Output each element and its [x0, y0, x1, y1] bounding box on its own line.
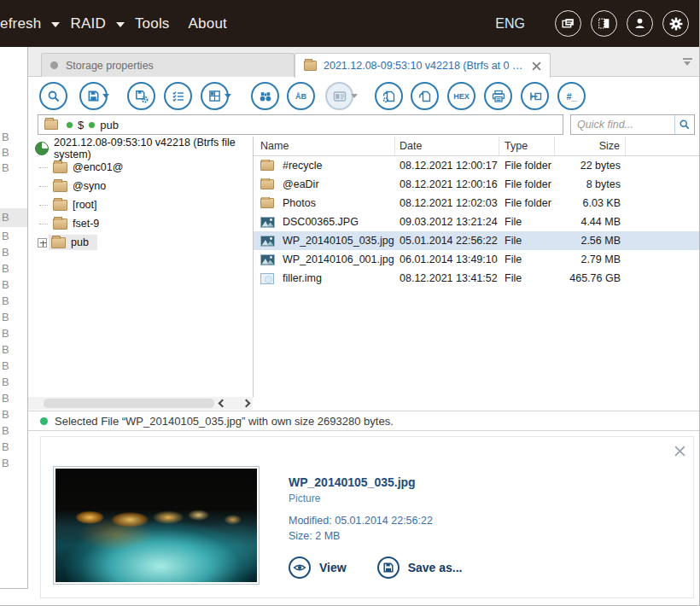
column-header-size[interactable]: Size [555, 137, 626, 155]
find-button[interactable] [251, 82, 279, 110]
column-header-type[interactable]: Type [499, 137, 555, 155]
quick-find-box[interactable]: Quick find... [570, 114, 695, 135]
recover-options-button[interactable] [375, 82, 403, 110]
top-menu-bar: efresh RAID Tools About ENG [0, 0, 700, 47]
close-preview-button[interactable] [672, 443, 687, 458]
save-as-button[interactable]: Save as... [377, 556, 463, 579]
preview-filename-link[interactable]: WP_20140105_035.jpg [289, 475, 462, 489]
search-icon [679, 119, 691, 131]
tree-item-fset9[interactable]: fset-9 [28, 214, 253, 233]
status-text: Selected File “WP_20140105_035.jpg” with… [55, 415, 394, 428]
tab-list-button[interactable] [683, 58, 692, 66]
export-icon [528, 90, 542, 103]
storage-dot-icon [50, 61, 58, 69]
folder-icon [53, 181, 67, 192]
reports-button[interactable] [555, 10, 581, 37]
search-icon [47, 90, 61, 103]
table-row[interactable]: filler.img 08.12.2021 13:41:52 File 465.… [254, 269, 700, 288]
tab-filesystem[interactable]: 2021.12.08-09:53:10 v42218 (Btrfs at 0 o… [295, 53, 551, 78]
scrollbar-thumb[interactable] [44, 399, 214, 408]
table-row[interactable]: @eaDir 08.12.2021 12:00:16 File folder 8… [254, 175, 700, 194]
preview-thumbnail-frame[interactable] [53, 466, 260, 585]
tree-item-label: @syno [73, 180, 106, 192]
file-type: File folder [499, 197, 555, 209]
language-selector[interactable]: ENG [495, 16, 525, 32]
view-layout-dropdown-arrow[interactable] [225, 94, 231, 98]
export-button[interactable] [521, 82, 549, 110]
menu-raid[interactable]: RAID [70, 15, 105, 32]
menu-about[interactable]: About [189, 15, 227, 32]
table-row[interactable]: #recycle 08.12.2021 12:00:17 File folder… [254, 156, 700, 175]
file-date: 08.12.2021 12:00:16 [395, 178, 499, 190]
tree-item-root-dir[interactable]: [root] [28, 195, 253, 214]
tree-item-enc01[interactable]: @enc01@ [28, 158, 253, 177]
strip-text: B [2, 210, 9, 225]
recover-file-button[interactable] [411, 82, 439, 110]
strip-text: B [2, 277, 9, 293]
path-segment-current[interactable]: pub [100, 119, 119, 131]
hex-view-button[interactable]: HEX [447, 82, 475, 110]
tab-label: Storage properties [66, 60, 154, 72]
close-tab-button[interactable] [525, 61, 541, 71]
checklist-icon [172, 90, 185, 103]
file-list-header: Name Date Type Size [254, 137, 700, 156]
chevron-down-icon[interactable] [116, 22, 125, 27]
column-header-date[interactable]: Date [395, 137, 499, 155]
file-date: 09.03.2012 13:21:24 [395, 216, 499, 228]
strip-text: B [2, 160, 9, 176]
tree-horizontal-scrollbar[interactable] [28, 397, 253, 410]
eye-icon [289, 556, 311, 579]
view-button[interactable]: View [289, 556, 347, 579]
expand-icon[interactable] [38, 238, 47, 248]
save-dropdown-arrow[interactable] [102, 94, 109, 98]
tree-item-pub[interactable]: pub [28, 233, 253, 252]
chevron-down-icon[interactable] [51, 22, 60, 27]
tree-item-label: [root] [73, 199, 97, 211]
preview-pane-icon [333, 90, 347, 103]
tree-branch [39, 224, 48, 224]
file-type: File [499, 216, 555, 228]
scroll-left-arrow[interactable] [219, 399, 227, 408]
address-bar[interactable]: $ pub [38, 114, 563, 135]
scroll-right-arrow[interactable] [242, 399, 251, 408]
strip-text: B [2, 145, 9, 160]
table-row[interactable]: DSC00365.JPG 09.03.2012 13:21:24 File 4.… [254, 213, 700, 231]
table-row[interactable]: Photos 08.12.2021 12:02:03 File folder 6… [254, 194, 700, 213]
tree-root-node[interactable]: 2021.12.08-09:53:10 v42218 (Btrfs file s… [35, 139, 253, 158]
tree-item-syno[interactable]: @syno [28, 177, 253, 195]
file-date: 08.12.2021 12:02:03 [395, 197, 499, 209]
print-button[interactable] [484, 82, 512, 110]
preview-thumbnail-image [55, 469, 257, 582]
file-date: 08.12.2021 12:00:17 [395, 160, 499, 172]
path-segment-root[interactable]: $ [78, 119, 84, 131]
column-header-name[interactable]: Name [254, 137, 395, 155]
menu-refresh[interactable]: efresh [0, 15, 41, 32]
tab-storage-properties[interactable]: Storage properties [41, 53, 295, 77]
panel-layout-button[interactable] [591, 10, 617, 37]
file-type: File [499, 253, 555, 265]
user-button[interactable] [627, 10, 653, 37]
folder-icon [304, 61, 317, 71]
save-as-button-label: Save as... [408, 561, 463, 574]
file-date: 06.01.2014 13:49:10 [395, 253, 499, 265]
tree-branch [39, 205, 48, 206]
main-menu: efresh RAID Tools About [0, 15, 227, 32]
strip-text: B [2, 456, 9, 471]
image-file-icon [260, 217, 275, 228]
strip-text: B [2, 342, 9, 358]
search-button[interactable] [39, 82, 67, 110]
table-row[interactable]: WP_20140106_001.jpg 06.01.2014 13:49:10 … [254, 250, 700, 269]
save-config-button[interactable] [127, 82, 155, 110]
quick-find-search-button[interactable] [674, 115, 694, 134]
preview-pane-button[interactable] [325, 82, 353, 110]
recover-file-icon [418, 90, 432, 103]
checksum-button[interactable]: #_ [557, 82, 586, 110]
table-row-selected[interactable]: WP_20140105_035.jpg 05.01.2014 22:56:22 … [254, 231, 700, 250]
settings-button[interactable] [662, 10, 689, 37]
tree-selected-item[interactable]: pub [49, 235, 97, 250]
preview-pane-dropdown-arrow[interactable] [351, 94, 358, 98]
checklist-button[interactable] [164, 82, 192, 110]
encoding-button[interactable]: ÅB [287, 82, 315, 110]
strip-text: B [2, 358, 9, 374]
menu-tools[interactable]: Tools [135, 15, 170, 32]
